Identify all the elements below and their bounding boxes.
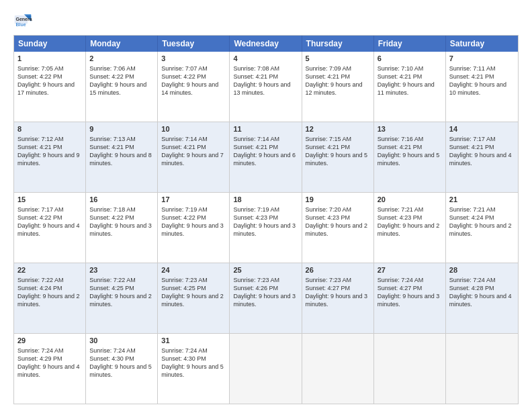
sunrise-text: Sunrise: 7:16 AM — [378, 136, 424, 142]
day-cell-19: 19Sunrise: 7:20 AM Sunset: 4:23 PMDaylig… — [302, 193, 374, 263]
day-number: 21 — [449, 195, 515, 205]
daylight-text: Daylight: 9 hours and 15 minutes. — [89, 81, 146, 96]
sunset-text: Sunset: 4:22 PM — [89, 73, 134, 80]
sunrise-text: Sunrise: 7:19 AM — [233, 206, 279, 213]
daylight-text: Daylight: 9 hours and 9 minutes. — [17, 152, 80, 167]
sunrise-text: Sunrise: 7:14 AM — [233, 136, 279, 142]
calendar-week-3: 15Sunrise: 7:17 AM Sunset: 4:22 PMDaylig… — [14, 192, 518, 263]
daylight-text: Daylight: 9 hours and 3 minutes. — [378, 293, 440, 308]
sunset-text: Sunset: 4:21 PM — [17, 144, 62, 150]
svg-text:General: General — [16, 17, 33, 21]
day-cell-7: 7Sunrise: 7:11 AM Sunset: 4:21 PMDayligh… — [446, 52, 518, 122]
day-cell-17: 17Sunrise: 7:19 AM Sunset: 4:22 PMDaylig… — [158, 193, 230, 263]
day-cell-23: 23Sunrise: 7:22 AM Sunset: 4:25 PMDaylig… — [86, 263, 158, 333]
sunset-text: Sunset: 4:26 PM — [233, 285, 278, 291]
daylight-text: Daylight: 9 hours and 10 minutes. — [449, 81, 506, 96]
sunset-text: Sunset: 4:28 PM — [449, 285, 494, 291]
day-number: 11 — [233, 124, 298, 134]
calendar-week-1: 1Sunrise: 7:05 AM Sunset: 4:22 PMDayligh… — [14, 52, 518, 122]
daylight-text: Daylight: 9 hours and 2 minutes. — [89, 293, 152, 308]
sunset-text: Sunset: 4:24 PM — [449, 214, 494, 221]
day-cell-14: 14Sunrise: 7:17 AM Sunset: 4:21 PMDaylig… — [446, 122, 518, 192]
empty-cell — [302, 334, 374, 404]
day-cell-11: 11Sunrise: 7:14 AM Sunset: 4:21 PMDaylig… — [230, 122, 302, 192]
day-number: 1 — [17, 54, 82, 64]
sunset-text: Sunset: 4:22 PM — [17, 73, 62, 80]
day-number: 31 — [161, 336, 226, 346]
day-cell-21: 21Sunrise: 7:21 AM Sunset: 4:24 PMDaylig… — [446, 193, 518, 263]
daylight-text: Daylight: 9 hours and 2 minutes. — [378, 222, 440, 237]
daylight-text: Daylight: 9 hours and 14 minutes. — [161, 81, 218, 96]
day-number: 10 — [161, 124, 226, 134]
daylight-text: Daylight: 9 hours and 5 minutes. — [306, 152, 368, 167]
sunrise-text: Sunrise: 7:22 AM — [89, 277, 136, 283]
calendar-week-2: 8Sunrise: 7:12 AM Sunset: 4:21 PMDayligh… — [14, 122, 518, 192]
daylight-text: Daylight: 9 hours and 3 minutes. — [306, 293, 368, 308]
header: General Blue — [13, 11, 519, 30]
sunset-text: Sunset: 4:23 PM — [306, 214, 351, 221]
day-number: 3 — [161, 54, 226, 64]
day-number: 9 — [89, 124, 154, 134]
weekday-header-monday: Monday — [86, 36, 158, 52]
sunset-text: Sunset: 4:22 PM — [89, 214, 134, 221]
day-cell-16: 16Sunrise: 7:18 AM Sunset: 4:22 PMDaylig… — [86, 193, 158, 263]
sunrise-text: Sunrise: 7:12 AM — [17, 136, 64, 142]
daylight-text: Daylight: 9 hours and 11 minutes. — [378, 81, 435, 96]
day-number: 25 — [233, 265, 298, 275]
logo: General Blue — [13, 11, 32, 30]
daylight-text: Daylight: 9 hours and 6 minutes. — [233, 152, 296, 167]
day-cell-12: 12Sunrise: 7:15 AM Sunset: 4:21 PMDaylig… — [302, 122, 374, 192]
day-number: 20 — [378, 195, 442, 205]
daylight-text: Daylight: 9 hours and 5 minutes. — [378, 152, 440, 167]
sunset-text: Sunset: 4:21 PM — [306, 144, 351, 150]
sunset-text: Sunset: 4:25 PM — [161, 285, 206, 291]
day-number: 26 — [306, 265, 370, 275]
sunrise-text: Sunrise: 7:24 AM — [378, 277, 424, 283]
sunset-text: Sunset: 4:22 PM — [161, 214, 206, 221]
calendar-week-5: 29Sunrise: 7:24 AM Sunset: 4:29 PMDaylig… — [14, 333, 518, 404]
sunrise-text: Sunrise: 7:10 AM — [378, 65, 424, 72]
daylight-text: Daylight: 9 hours and 4 minutes. — [449, 293, 512, 308]
day-number: 6 — [378, 54, 442, 64]
day-cell-2: 2Sunrise: 7:06 AM Sunset: 4:22 PMDayligh… — [86, 52, 158, 122]
weekday-header-thursday: Thursday — [302, 36, 374, 52]
day-cell-13: 13Sunrise: 7:16 AM Sunset: 4:21 PMDaylig… — [374, 122, 446, 192]
sunset-text: Sunset: 4:21 PM — [89, 144, 134, 150]
page: General Blue SundayMondayTuesdayWednesda… — [0, 0, 532, 411]
svg-text:Blue: Blue — [16, 22, 26, 27]
sunset-text: Sunset: 4:21 PM — [449, 144, 494, 150]
day-cell-24: 24Sunrise: 7:23 AM Sunset: 4:25 PMDaylig… — [158, 263, 230, 333]
sunset-text: Sunset: 4:21 PM — [233, 144, 278, 150]
day-cell-9: 9Sunrise: 7:13 AM Sunset: 4:21 PMDayligh… — [86, 122, 158, 192]
sunset-text: Sunset: 4:21 PM — [378, 73, 423, 80]
sunrise-text: Sunrise: 7:15 AM — [306, 136, 352, 142]
weekday-header-tuesday: Tuesday — [158, 36, 230, 52]
daylight-text: Daylight: 9 hours and 2 minutes. — [306, 222, 368, 237]
weekday-header-sunday: Sunday — [14, 36, 86, 52]
sunrise-text: Sunrise: 7:06 AM — [89, 65, 136, 72]
day-number: 30 — [89, 336, 154, 346]
day-cell-4: 4Sunrise: 7:08 AM Sunset: 4:21 PMDayligh… — [230, 52, 302, 122]
daylight-text: Daylight: 9 hours and 2 minutes. — [161, 293, 224, 308]
daylight-text: Daylight: 9 hours and 3 minutes. — [233, 222, 296, 237]
day-number: 19 — [306, 195, 370, 205]
sunset-text: Sunset: 4:21 PM — [378, 144, 423, 150]
daylight-text: Daylight: 9 hours and 12 minutes. — [306, 81, 363, 96]
day-cell-31: 31Sunrise: 7:24 AM Sunset: 4:30 PMDaylig… — [158, 334, 230, 404]
weekday-header-saturday: Saturday — [446, 36, 518, 52]
sunset-text: Sunset: 4:23 PM — [378, 214, 423, 221]
day-cell-15: 15Sunrise: 7:17 AM Sunset: 4:22 PMDaylig… — [14, 193, 86, 263]
day-cell-25: 25Sunrise: 7:23 AM Sunset: 4:26 PMDaylig… — [230, 263, 302, 333]
sunrise-text: Sunrise: 7:22 AM — [17, 277, 64, 283]
day-number: 23 — [89, 265, 154, 275]
sunrise-text: Sunrise: 7:13 AM — [89, 136, 136, 142]
sunrise-text: Sunrise: 7:08 AM — [233, 65, 279, 72]
day-cell-27: 27Sunrise: 7:24 AM Sunset: 4:27 PMDaylig… — [374, 263, 446, 333]
day-number: 28 — [449, 265, 515, 275]
sunset-text: Sunset: 4:21 PM — [449, 73, 494, 80]
sunrise-text: Sunrise: 7:24 AM — [89, 347, 136, 354]
daylight-text: Daylight: 9 hours and 4 minutes. — [17, 363, 80, 378]
day-number: 7 — [449, 54, 515, 64]
sunset-text: Sunset: 4:21 PM — [306, 73, 351, 80]
day-number: 12 — [306, 124, 370, 134]
